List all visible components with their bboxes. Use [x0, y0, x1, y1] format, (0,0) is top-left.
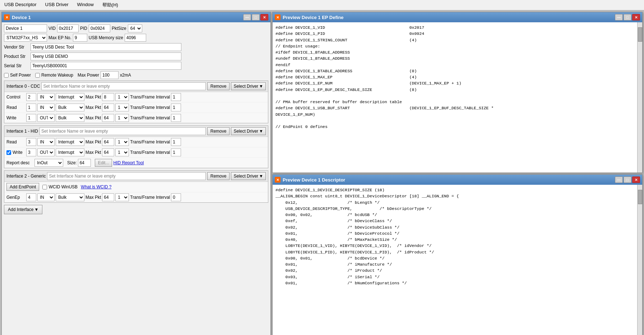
preview-ep-minimize[interactable]: —: [615, 14, 623, 20]
interface-2-remove-btn[interactable]: Remove: [207, 172, 230, 180]
add-interface-row: Add Interface ▼: [4, 205, 268, 214]
ep-control-interval[interactable]: [171, 93, 181, 101]
ep-read-mult[interactable]: 1: [115, 104, 129, 111]
hid-read-maxpkt-label: Max Pkt: [85, 139, 101, 144]
self-power-checkbox[interactable]: [4, 73, 9, 78]
device-content: VID PID PktSize 643216 STM32F7xx_HS Max …: [2, 22, 270, 335]
chip-select[interactable]: STM32F7xx_HS: [4, 34, 47, 42]
desc-scroll-thumb[interactable]: [638, 190, 642, 204]
interface-2-id: Interface 2 - Generic: [6, 174, 46, 179]
ep-control-dir[interactable]: INOUT: [37, 93, 55, 101]
hid-read-dir[interactable]: INOUT: [37, 138, 55, 146]
hid-read-interval[interactable]: [171, 138, 181, 146]
wcid-label[interactable]: WCID WinUSB: [42, 184, 78, 189]
genep-interval[interactable]: [171, 193, 181, 201]
report-desc-label: Report desc: [6, 160, 33, 165]
interface-0-driver-btn[interactable]: Select Driver ▼: [231, 82, 266, 90]
product-input[interactable]: [31, 52, 181, 60]
ep-read-interval[interactable]: [171, 104, 181, 111]
preview-desc-titlebar: ✕ Preview Device 1 Descriptor — □ ✕: [273, 175, 642, 185]
hid-write-interval[interactable]: [171, 148, 181, 156]
usbmem-input[interactable]: [125, 34, 146, 42]
add-endpoint-btn[interactable]: Add EndPoint: [6, 183, 39, 191]
ep-read-maxpkt[interactable]: [102, 104, 114, 111]
minimize-button[interactable]: —: [243, 14, 251, 20]
interface-0-name-input[interactable]: [41, 82, 205, 90]
menu-usb-descriptor[interactable]: USB Descriptor: [3, 1, 38, 9]
ep-write-interval[interactable]: [171, 114, 181, 122]
hid-read-maxpkt[interactable]: [102, 138, 114, 146]
hid-write-interval-label: Trans/Frame Interval: [130, 150, 170, 155]
hid-read-mult[interactable]: 1: [115, 138, 129, 146]
ep-read-dir[interactable]: INOUT: [37, 104, 55, 111]
interface-2-add-ep-row: Add EndPoint WCID WinUSB What is WCID ?: [4, 182, 268, 192]
interface-2-driver-btn[interactable]: Select Driver ▼: [231, 172, 266, 180]
wcid-checkbox[interactable]: [42, 185, 47, 189]
ep-control-mult[interactable]: 1: [115, 93, 129, 101]
ep-read-num[interactable]: [26, 104, 36, 111]
menu-window[interactable]: Window: [76, 1, 95, 9]
self-power-label[interactable]: Self Power: [4, 73, 31, 78]
ep-read-type[interactable]: BulkInterrupt: [56, 104, 84, 111]
ep-control-num[interactable]: [26, 93, 36, 101]
maxpower-input[interactable]: [101, 71, 119, 79]
remote-wakeup-checkbox[interactable]: [35, 73, 40, 78]
report-edit-btn[interactable]: Edit...: [95, 159, 112, 167]
maximize-button[interactable]: □: [252, 14, 260, 20]
add-interface-btn[interactable]: Add Interface ▼: [4, 205, 42, 214]
maxep-input[interactable]: [73, 34, 87, 42]
report-desc-select[interactable]: InOut: [34, 159, 63, 167]
hid-write-type[interactable]: InterruptBulk: [56, 148, 84, 156]
ep-write-mult[interactable]: 1: [115, 114, 129, 122]
genep-mult[interactable]: 1: [115, 193, 129, 201]
pid-input[interactable]: [89, 24, 110, 32]
workspace: ✕ Device 1 — □ ✕ VID PID PktSize 643216: [0, 10, 644, 335]
scroll-thumb[interactable]: [638, 27, 642, 42]
ep-write-num[interactable]: [26, 114, 36, 122]
hid-read-num[interactable]: [26, 138, 36, 146]
menu-usb-driver[interactable]: USB Driver: [44, 1, 70, 9]
device-name-input[interactable]: [4, 24, 47, 32]
ep-write-dir[interactable]: OUTIN: [37, 114, 55, 122]
hid-write-checkbox[interactable]: [6, 150, 11, 155]
genep-num[interactable]: [26, 193, 36, 201]
device-window: ✕ Device 1 — □ ✕ VID PID PktSize 643216: [1, 12, 271, 335]
vid-input[interactable]: [57, 24, 79, 32]
hid-write-mult[interactable]: 1: [115, 148, 129, 156]
ep-control-type[interactable]: InterruptBulk: [56, 93, 84, 101]
preview-ep-close[interactable]: ✕: [632, 14, 640, 20]
interface-1-remove-btn[interactable]: Remove: [207, 127, 230, 135]
interface-1-name-input[interactable]: [40, 127, 206, 135]
preview-desc-maximize[interactable]: □: [624, 176, 631, 183]
preview-desc-minimize[interactable]: —: [615, 176, 623, 183]
hid-write-maxpkt[interactable]: [102, 148, 114, 156]
hid-write-dir[interactable]: OUTIN: [37, 148, 55, 156]
interface-0-remove-btn[interactable]: Remove: [207, 82, 230, 90]
hid-read-type[interactable]: InterruptBulk: [56, 138, 84, 146]
preview-ep-maximize[interactable]: □: [624, 14, 631, 20]
hid-write-check-label[interactable]: Write: [6, 150, 25, 155]
menubar: USB Descriptor USB Driver Window 帮助(H): [0, 0, 644, 10]
preview-desc-close[interactable]: ✕: [632, 176, 640, 183]
interface-1-driver-btn[interactable]: Select Driver ▼: [231, 127, 266, 135]
ep-control-maxpkt[interactable]: [102, 93, 114, 101]
ep-write-type[interactable]: BulkInterrupt: [56, 114, 84, 122]
preview-desc-scrollbar[interactable]: [637, 185, 642, 335]
menu-help[interactable]: 帮助(H): [101, 1, 120, 9]
interface-2-name-input[interactable]: [47, 172, 205, 180]
ep-write-maxpkt[interactable]: [102, 114, 114, 122]
serial-input[interactable]: [31, 62, 181, 70]
hid-write-num[interactable]: [26, 148, 36, 156]
pktsize-select[interactable]: 643216: [128, 24, 142, 32]
report-size-input[interactable]: [78, 159, 91, 167]
interface-0-ep-read: Read INOUT BulkInterrupt Max Pkt 1 Trans…: [4, 102, 268, 113]
hid-tool-link[interactable]: HID Report Tool: [113, 160, 144, 165]
genep-dir[interactable]: INOUT: [37, 193, 55, 201]
genep-type[interactable]: BulkInterrupt: [56, 193, 84, 201]
wcid-link[interactable]: What is WCID ?: [81, 184, 111, 189]
remote-wakeup-label[interactable]: Remote Wakeup: [35, 73, 73, 78]
vendor-input[interactable]: [31, 43, 181, 51]
genep-maxpkt[interactable]: [102, 193, 114, 201]
close-button[interactable]: ✕: [260, 14, 268, 20]
preview-ep-scrollbar[interactable]: [637, 22, 642, 173]
